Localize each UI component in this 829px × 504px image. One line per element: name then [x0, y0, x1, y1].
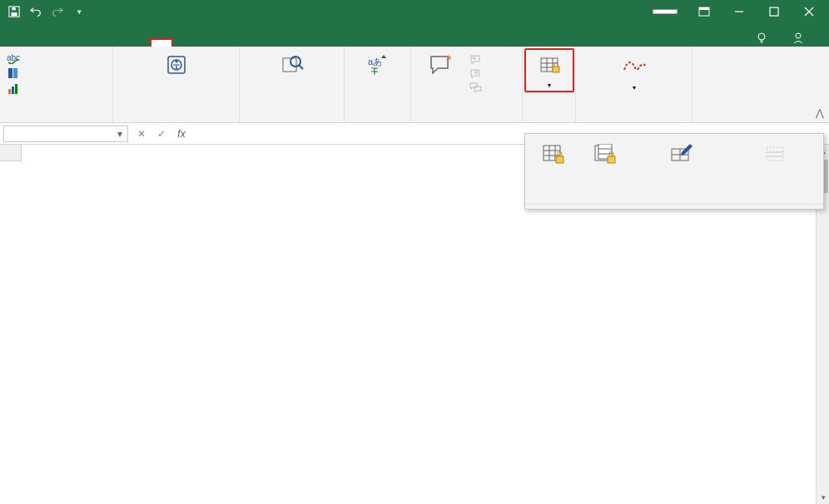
svg-rect-1	[12, 12, 17, 16]
name-box[interactable]: ▾	[3, 126, 128, 142]
protect-icon	[536, 52, 563, 78]
protect-sheet-button[interactable]	[529, 137, 578, 174]
tab-insert[interactable]	[57, 38, 80, 47]
protect-popup	[524, 133, 824, 210]
svg-point-9	[758, 33, 765, 40]
prev-comment-button[interactable]	[466, 53, 486, 67]
svg-rect-14	[8, 68, 12, 78]
svg-rect-17	[12, 86, 14, 94]
translate-button[interactable]: aあ	[353, 48, 403, 83]
translate-icon: aあ	[365, 52, 391, 78]
next-comment-icon	[469, 68, 483, 80]
unshare-icon	[762, 141, 788, 167]
book-icon	[7, 67, 20, 80]
tab-file[interactable]	[3, 38, 33, 47]
namebox-dropdown[interactable]: ▾	[117, 128, 122, 140]
share-button[interactable]	[784, 28, 817, 47]
group-language-label	[348, 118, 407, 122]
tab-formulas[interactable]	[103, 38, 127, 47]
tab-home[interactable]	[33, 38, 57, 47]
tab-view[interactable]	[173, 38, 196, 47]
scroll-down[interactable]: ▾	[817, 491, 829, 504]
group-ink-label	[579, 118, 688, 122]
protect-workbook-button[interactable]	[580, 137, 630, 174]
ink-icon	[621, 52, 648, 78]
svg-rect-2	[12, 7, 15, 11]
group-comments-label	[414, 118, 519, 122]
workbook-stats-button[interactable]	[3, 82, 27, 96]
allow-edit-ranges-button[interactable]	[632, 137, 732, 174]
group-insights-label	[243, 118, 340, 122]
select-all-corner[interactable]	[0, 145, 22, 161]
tab-pagelayout[interactable]	[80, 38, 103, 47]
person-icon	[792, 32, 804, 43]
insert-function[interactable]: fx	[171, 126, 191, 142]
spelling-button[interactable]: abc	[3, 50, 27, 65]
protect-sheet-icon	[540, 141, 567, 167]
tab-help[interactable]	[196, 38, 220, 47]
smart-lookup-button[interactable]	[267, 48, 317, 85]
svg-text:✶: ✶	[444, 53, 451, 64]
ribbon-display-options[interactable]	[688, 0, 721, 23]
popup-group-label	[525, 204, 823, 209]
redo-button[interactable]	[48, 2, 67, 21]
chevron-down-icon: ▾	[633, 84, 636, 91]
group-accessibility-label	[117, 118, 236, 122]
new-comment-button[interactable]: ✶	[414, 48, 464, 85]
thesaurus-button[interactable]	[3, 66, 27, 81]
comment-icon: ✶	[426, 52, 453, 78]
protect-dropdown[interactable]: ▾	[524, 48, 574, 92]
edit-ranges-icon	[668, 141, 695, 167]
svg-rect-47	[767, 147, 783, 161]
tell-me[interactable]	[747, 28, 781, 47]
unshare-workbook-button	[733, 137, 817, 174]
collapse-ribbon[interactable]: ⋀	[816, 107, 824, 119]
login-button[interactable]	[653, 9, 678, 14]
svg-rect-18	[15, 84, 17, 94]
svg-rect-6	[770, 7, 778, 16]
spelling-icon: abc	[7, 51, 20, 64]
enter-formula[interactable]: ✓	[151, 126, 171, 142]
svg-point-12	[796, 33, 801, 38]
protect-workbook-icon	[592, 141, 618, 167]
check-accessibility-button[interactable]	[151, 48, 201, 85]
lightbulb-icon	[756, 32, 767, 43]
svg-rect-38	[556, 156, 563, 163]
svg-text:aあ: aあ	[368, 57, 382, 67]
smart-lookup-icon	[279, 52, 305, 78]
svg-rect-16	[8, 89, 11, 94]
chevron-down-icon: ▾	[548, 82, 551, 89]
next-comment-button[interactable]	[466, 67, 486, 81]
show-comments-button[interactable]	[466, 82, 486, 95]
prev-comment-icon	[469, 54, 483, 66]
hide-ink-button[interactable]: ▾	[609, 48, 659, 95]
svg-point-21	[175, 61, 177, 63]
group-proofing-label	[3, 118, 109, 122]
accessibility-icon	[163, 52, 190, 78]
maximize-button[interactable]	[757, 0, 791, 23]
svg-rect-22	[283, 58, 296, 72]
svg-rect-15	[13, 68, 17, 78]
tab-review[interactable]	[150, 38, 173, 47]
svg-line-24	[299, 65, 303, 69]
svg-rect-32	[553, 67, 559, 72]
svg-rect-43	[608, 156, 615, 163]
save-button[interactable]	[5, 2, 23, 21]
tab-data[interactable]	[127, 38, 150, 47]
qat-customize[interactable]: ▾	[70, 2, 88, 21]
svg-rect-4	[699, 7, 709, 10]
svg-text:abc: abc	[7, 53, 20, 62]
close-button[interactable]	[792, 0, 826, 23]
undo-button[interactable]	[27, 2, 45, 21]
minimize-button[interactable]	[722, 0, 756, 23]
show-comments-icon	[469, 82, 483, 94]
cancel-formula[interactable]: ✕	[132, 126, 151, 142]
stats-icon	[7, 82, 20, 96]
